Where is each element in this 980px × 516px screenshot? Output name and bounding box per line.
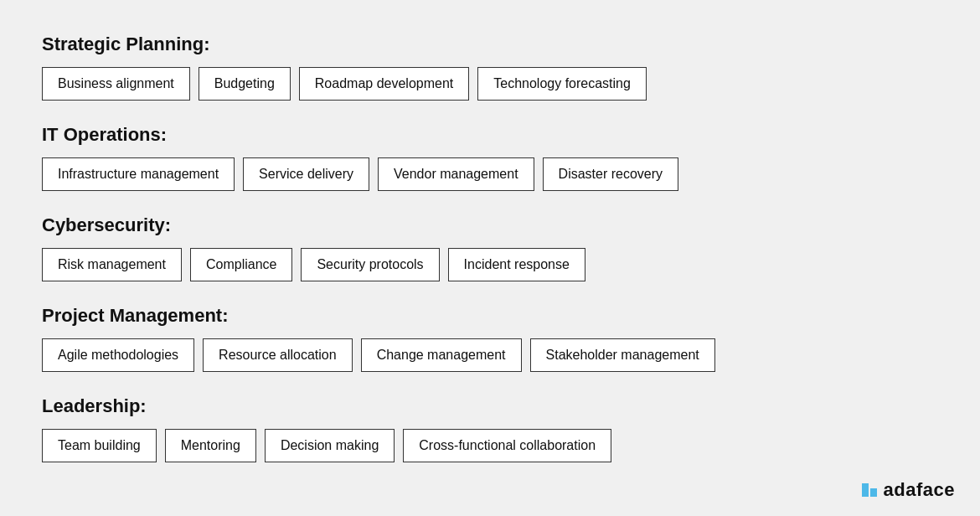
tag-cybersecurity-1: Compliance	[190, 248, 292, 281]
section-title-it-operations: IT Operations:	[42, 124, 938, 146]
tag-project-management-0: Agile methodologies	[42, 338, 194, 372]
tags-strategic-planning: Business alignmentBudgetingRoadmap devel…	[42, 67, 938, 101]
tag-it-operations-2: Vendor management	[378, 157, 534, 191]
logo-bar-short	[870, 488, 877, 497]
section-leadership: Leadership:Team buildingMentoringDecisio…	[42, 395, 938, 462]
tag-it-operations-0: Infrastructure management	[42, 157, 235, 191]
tag-cybersecurity-0: Risk management	[42, 248, 182, 281]
tags-project-management: Agile methodologiesResource allocationCh…	[42, 338, 938, 372]
section-project-management: Project Management:Agile methodologiesRe…	[42, 305, 938, 372]
tags-cybersecurity: Risk managementComplianceSecurity protoc…	[42, 248, 938, 281]
tag-leadership-3: Cross-functional collaboration	[403, 429, 611, 462]
brand-logo-icon	[862, 483, 877, 497]
logo-bar-tall	[862, 483, 869, 497]
tag-project-management-1: Resource allocation	[203, 338, 353, 372]
section-title-leadership: Leadership:	[42, 395, 938, 417]
tag-strategic-planning-3: Technology forecasting	[477, 67, 647, 101]
section-title-strategic-planning: Strategic Planning:	[42, 34, 938, 55]
tag-project-management-3: Stakeholder management	[530, 338, 715, 372]
tag-strategic-planning-2: Roadmap development	[299, 67, 469, 101]
brand-name-text: adaface	[884, 479, 955, 501]
tag-cybersecurity-3: Incident response	[448, 248, 585, 281]
tags-leadership: Team buildingMentoringDecision makingCro…	[42, 429, 938, 462]
tags-it-operations: Infrastructure managementService deliver…	[42, 157, 938, 191]
tag-it-operations-1: Service delivery	[243, 157, 369, 191]
tag-cybersecurity-2: Security protocols	[301, 248, 439, 281]
section-title-cybersecurity: Cybersecurity:	[42, 214, 938, 236]
section-title-project-management: Project Management:	[42, 305, 938, 327]
tag-leadership-2: Decision making	[265, 429, 395, 462]
main-container: Strategic Planning:Business alignmentBud…	[0, 0, 980, 516]
tag-leadership-1: Mentoring	[165, 429, 256, 462]
section-strategic-planning: Strategic Planning:Business alignmentBud…	[42, 34, 938, 101]
branding-area: adaface	[862, 479, 955, 501]
tag-strategic-planning-0: Business alignment	[42, 67, 190, 101]
section-it-operations: IT Operations:Infrastructure managementS…	[42, 124, 938, 191]
section-cybersecurity: Cybersecurity:Risk managementComplianceS…	[42, 214, 938, 281]
tag-project-management-2: Change management	[361, 338, 522, 372]
tag-leadership-0: Team building	[42, 429, 157, 462]
tag-strategic-planning-1: Budgeting	[199, 67, 291, 101]
tag-it-operations-3: Disaster recovery	[543, 157, 678, 191]
